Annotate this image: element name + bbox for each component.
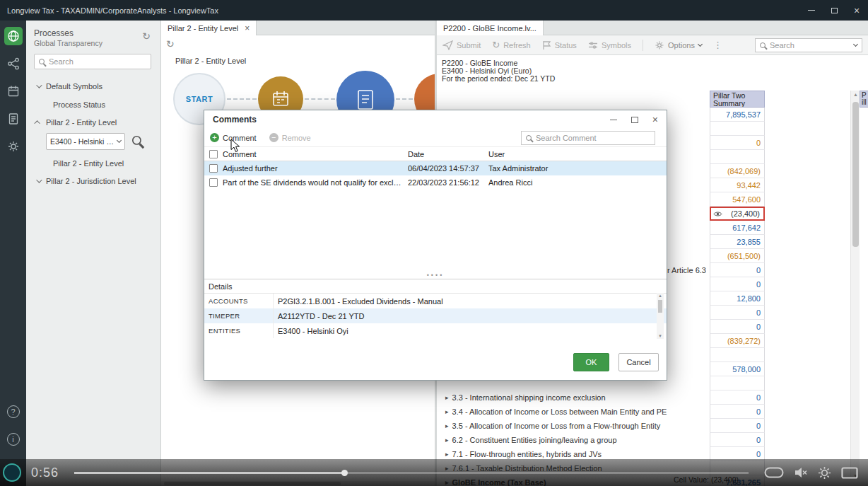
cell-value[interactable]: 0 — [710, 263, 765, 277]
comment-checkbox-cell — [204, 178, 223, 187]
report-icon[interactable] — [4, 110, 23, 128]
dialog-maximize-icon[interactable] — [631, 117, 638, 123]
report-row: ▸3.4 - Allocation of Income or Loss betw… — [437, 405, 850, 419]
column-header-clipped[interactable]: Pillar Two Summary — [860, 91, 868, 108]
scroll-up-icon[interactable]: ▲ — [851, 92, 860, 97]
remove-comment-button[interactable]: − Remove — [269, 133, 311, 142]
header-comment[interactable]: Comment — [223, 150, 408, 158]
calendar-icon[interactable] — [4, 82, 23, 100]
settings-icon[interactable] — [4, 137, 23, 156]
header-date[interactable]: Date — [408, 150, 488, 158]
column-header-pillar-two-summary[interactable]: Pillar Two Summary — [710, 91, 765, 108]
player-settings-icon[interactable] — [818, 466, 831, 480]
cell-value[interactable]: 547,600 — [710, 192, 765, 207]
cell-value[interactable]: 0 — [710, 419, 765, 433]
scroll-down-icon[interactable]: ▼ — [657, 334, 664, 338]
header-user[interactable]: User — [488, 150, 667, 158]
cell-value[interactable] — [710, 348, 765, 362]
minimize-button[interactable] — [800, 0, 823, 21]
submit-button[interactable]: Submit — [442, 40, 481, 50]
options-button[interactable]: Options — [655, 40, 702, 50]
expand-arrow-icon[interactable]: ▸ — [445, 408, 449, 415]
dialog-minimize-icon[interactable] — [610, 120, 617, 120]
fullscreen-icon[interactable] — [841, 467, 858, 479]
more-options-icon[interactable]: ⋮ — [713, 40, 722, 50]
close-button[interactable]: × — [845, 0, 868, 21]
player-progress-bar[interactable] — [74, 472, 749, 474]
close-tab-icon[interactable]: × — [245, 24, 250, 33]
help-icon[interactable]: ? — [4, 403, 23, 421]
cell-value[interactable]: 23,855 — [710, 235, 765, 249]
mute-icon[interactable] — [794, 467, 808, 478]
refresh-icon[interactable]: ↻ — [166, 39, 175, 49]
comment-user-cell: Tax Administrator — [488, 164, 667, 173]
info-icon[interactable]: i — [4, 430, 23, 449]
toolbar-search-input[interactable] — [770, 41, 850, 50]
cell-value[interactable]: 0 — [710, 405, 765, 419]
dialog-close-icon[interactable]: × — [652, 114, 658, 125]
panel-refresh-icon[interactable]: ↻ — [142, 31, 151, 41]
expand-arrow-icon[interactable]: ▸ — [445, 436, 449, 444]
tree-group-pillar2-jurisdiction[interactable]: Pillar 2 - Jurisdiction Level — [36, 177, 136, 185]
tab-pillar2-entity-level[interactable]: Pillar 2 - Entity Level × — [161, 21, 257, 35]
splitter-handle[interactable]: •••• — [204, 272, 667, 279]
cell-value[interactable]: 0 — [710, 433, 765, 447]
scrollbar-thumb[interactable] — [658, 300, 662, 313]
scroll-up-icon[interactable]: ▲ — [657, 294, 664, 298]
globe-icon[interactable] — [4, 27, 23, 45]
cell-value[interactable]: 12,800 — [710, 291, 765, 306]
expand-arrow-icon[interactable]: ▸ — [445, 394, 449, 401]
tree-group-default-symbols[interactable]: Default Symbols — [36, 82, 102, 91]
comments-table-header: Comment Date User — [204, 147, 667, 161]
cell-value[interactable] — [710, 150, 765, 164]
details-scrollbar[interactable]: ▲ ▼ — [657, 293, 664, 339]
cell-value[interactable]: (839,272) — [710, 334, 765, 348]
cell-value[interactable]: 0 — [710, 306, 765, 320]
cell-value[interactable]: (23,400) — [710, 207, 765, 221]
select-all-checkbox[interactable] — [209, 150, 218, 158]
cell-value[interactable]: 0 — [710, 390, 765, 405]
comment-search-input[interactable] — [536, 134, 650, 142]
entity-search-icon[interactable] — [132, 136, 141, 145]
tab-p2200-globe-income[interactable]: P2200 - GloBE Income.lv... — [437, 21, 544, 35]
cell-value[interactable]: (651,500) — [710, 249, 765, 263]
tree-item-pillar2-entity-level[interactable]: Pillar 2 - Entity Level — [53, 159, 124, 168]
expand-arrow-icon[interactable]: ▸ — [445, 422, 449, 429]
expand-arrow-icon[interactable]: ▸ — [445, 451, 449, 458]
cell-value[interactable]: (842,069) — [710, 164, 765, 178]
cell-value[interactable] — [710, 376, 765, 390]
cell-value[interactable]: 7,895,537 — [710, 108, 765, 122]
ok-button[interactable]: OK — [573, 353, 609, 371]
cell-value[interactable]: 93,442 — [710, 178, 765, 192]
camera-bubble-icon[interactable] — [764, 467, 784, 478]
symbols-button[interactable]: Symbols — [588, 41, 631, 50]
cell-value[interactable]: 0 — [710, 320, 765, 334]
vertical-scrollbar[interactable]: ▲ ▼ — [850, 91, 860, 480]
maximize-button[interactable] — [823, 0, 845, 21]
comment-checkbox[interactable] — [209, 164, 218, 173]
tree-item-process-status[interactable]: Process Status — [53, 100, 105, 109]
player-progress-knob[interactable] — [341, 470, 348, 476]
share-icon[interactable] — [4, 54, 23, 73]
status-button[interactable]: Status — [542, 40, 577, 50]
toolbar-search-box[interactable] — [755, 38, 862, 52]
panel-search-input[interactable] — [49, 57, 149, 66]
dialog-title-bar[interactable]: Comments × — [204, 110, 667, 129]
cancel-button[interactable]: Cancel — [618, 353, 659, 371]
scrollbar-thumb[interactable] — [852, 102, 859, 247]
comment-row[interactable]: Part of the SE dividends would not quali… — [204, 175, 667, 190]
comment-row[interactable]: Adjusted further06/04/2023 14:57:37Tax A… — [204, 161, 667, 175]
panel-search-box[interactable] — [34, 54, 151, 69]
cell-value[interactable]: 578,000 — [710, 362, 765, 376]
refresh-button[interactable]: ↻ Refresh — [492, 40, 530, 50]
search-icon — [760, 42, 766, 48]
comment-search-box[interactable] — [521, 131, 655, 145]
cell-value[interactable] — [710, 122, 765, 136]
entity-select[interactable]: E3400 - Helsinki Oyi — [46, 133, 125, 150]
cell-value[interactable]: 617,642 — [710, 221, 765, 235]
cell-value[interactable]: 0 — [710, 136, 765, 150]
tree-group-pillar2-entity[interactable]: Pillar 2 - Entity Level — [36, 118, 117, 127]
comment-checkbox[interactable] — [209, 178, 218, 187]
cell-value[interactable]: 0 — [710, 277, 765, 291]
detail-value: A2112YTD - Dec 21 YTD — [273, 308, 667, 323]
